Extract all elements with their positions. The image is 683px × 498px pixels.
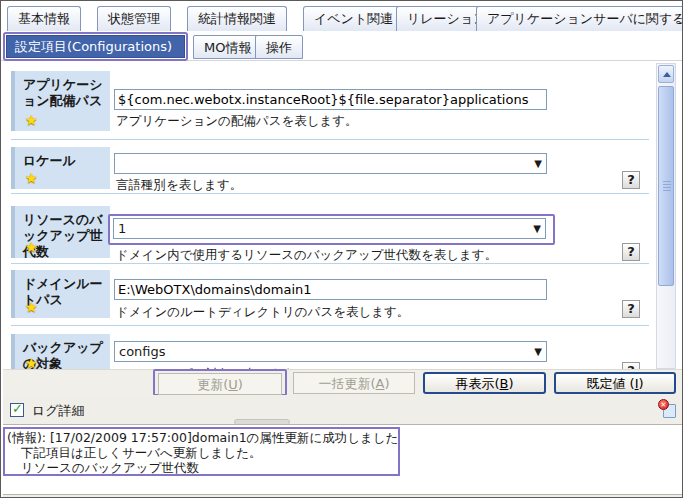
webotx-console-window: 基本情報 状態管理 統計情報関連 イベント関連 リレーション アプリケーションサ… (0, 0, 683, 498)
required-star-icon: ★ (25, 355, 38, 369)
button-label: 更新( (197, 377, 228, 392)
selected-tab-annotation: 設定項目(Configurations) (3, 32, 188, 61)
help-button[interactable]: ? (622, 300, 640, 318)
field-label-locale: ロケール ★ (11, 147, 110, 189)
log-section: ✓ ログ詳細 ✕ (情報): [17/02/2009 17:57:00]doma… (3, 395, 682, 497)
button-label: ) (384, 376, 389, 391)
log-line: 下記項目は正しくサーバへ更新しました。 (7, 445, 396, 460)
log-message-annotation: (情報): [17/02/2009 17:57:00]domain1の属性更新に… (3, 427, 400, 476)
tab-configurations[interactable]: 設定項目(Configurations) (6, 35, 185, 58)
log-detail-label: ログ詳細 (32, 402, 85, 420)
row-divider (11, 263, 649, 264)
chevron-down-icon: ▼ (534, 158, 542, 169)
button-label: 既定値 ( (586, 376, 634, 391)
button-label: 再表示( (455, 376, 499, 391)
field-label-backup-target: バックアップの対象 ★ (11, 334, 110, 369)
combobox-annotation: 1 ▼ (108, 214, 555, 245)
required-star-icon: ★ (25, 170, 38, 186)
chevron-down-icon: ▼ (534, 346, 542, 357)
update-button[interactable]: 更新(U) (158, 373, 282, 395)
required-star-icon: ★ (25, 299, 38, 315)
red-badge-icon: ✕ (658, 399, 669, 410)
refresh-button[interactable]: 再表示(B) (423, 372, 546, 394)
field-label-text: ロケール (23, 153, 76, 168)
button-mnemonic: U (228, 377, 238, 392)
update-button-annotation: 更新(U) (153, 369, 287, 396)
field-description: ドメイン内で使用するリソースのバックアップ世代数を表します。 (116, 247, 497, 264)
field-label-app-deploy-path: アプリケーション配備パス ★ (11, 71, 110, 131)
combobox-value: configs (119, 344, 166, 359)
backup-target-combobox[interactable]: configs ▼ (114, 341, 547, 362)
log-line: リソースのバックアップ世代数 (7, 460, 396, 475)
tab-operations[interactable]: 操作 (255, 35, 303, 59)
clear-log-icon[interactable]: ✕ (658, 399, 678, 419)
scrollbar-grip (663, 181, 671, 191)
tab-appserver-info[interactable]: アプリケーションサーバに関する情報 (476, 6, 683, 31)
button-label: ) (238, 377, 243, 392)
default-values-button[interactable]: 既定値 (I) (554, 372, 676, 394)
field-description: ドメインのルートディレクトリのパスを表します。 (116, 304, 409, 321)
backup-generations-combobox[interactable]: 1 ▼ (113, 218, 546, 239)
check-icon: ✓ (12, 401, 23, 416)
help-button[interactable]: ? (622, 243, 640, 261)
chevron-down-icon: ▼ (533, 223, 541, 234)
vertical-scrollbar[interactable] (656, 63, 676, 369)
tab-basic-info[interactable]: 基本情報 (7, 6, 81, 31)
required-star-icon: ★ (25, 239, 38, 255)
row-divider (11, 139, 649, 140)
log-output-panel: (情報): [17/02/2009 17:57:00]domain1の属性更新に… (3, 424, 682, 495)
app-deploy-path-input[interactable] (114, 89, 547, 110)
field-label-domain-root: ドメインルートパス ★ (11, 270, 110, 318)
tab-statistics[interactable]: 統計情報関連 (187, 6, 287, 31)
help-button[interactable]: ? (622, 362, 640, 369)
tab-state-mgmt[interactable]: 状態管理 (97, 6, 171, 31)
log-line: (情報): [17/02/2009 17:57:00]domain1の属性更新に… (7, 430, 396, 445)
tab-strip-sub: 設定項目(Configurations) MO情報 操作 (1, 32, 682, 61)
row-divider (11, 193, 649, 194)
batch-update-button[interactable]: 一括更新(A) (293, 372, 415, 394)
tab-events[interactable]: イベント関連 (303, 6, 404, 31)
button-label: 一括更新( (318, 376, 375, 391)
button-label: ) (508, 376, 513, 391)
log-detail-checkbox[interactable]: ✓ (10, 403, 24, 417)
tab-strip-main: 基本情報 状態管理 統計情報関連 イベント関連 リレーション アプリケーションサ… (1, 1, 682, 32)
tab-mo-info[interactable]: MO情報 (193, 35, 262, 59)
button-label: ) (638, 376, 643, 391)
combobox-value: 1 (118, 221, 126, 236)
action-button-bar: 更新(U) 一括更新(A) 再表示(B) 既定値 (I) (3, 369, 682, 395)
locale-combobox[interactable]: ▼ (114, 153, 547, 174)
scroll-up-button[interactable] (658, 65, 674, 83)
help-button[interactable]: ? (622, 171, 640, 189)
domain-root-path-input[interactable] (114, 279, 547, 300)
field-description: 言語種別を表します。 (116, 177, 242, 194)
field-label-text: アプリケーション配備パス (23, 77, 103, 108)
configurations-form: アプリケーション配備パス ★ アプリケーションの配備パスを表します。 ロケール … (3, 61, 682, 369)
required-star-icon: ★ (25, 112, 38, 128)
row-divider (11, 325, 649, 326)
field-label-backup-generations: リソースのバックアップ世代数 ★ (11, 206, 110, 258)
scroll-up-icon (663, 72, 671, 77)
scrollbar-thumb[interactable] (658, 86, 674, 286)
field-description: アプリケーションの配備パスを表します。 (116, 113, 358, 130)
